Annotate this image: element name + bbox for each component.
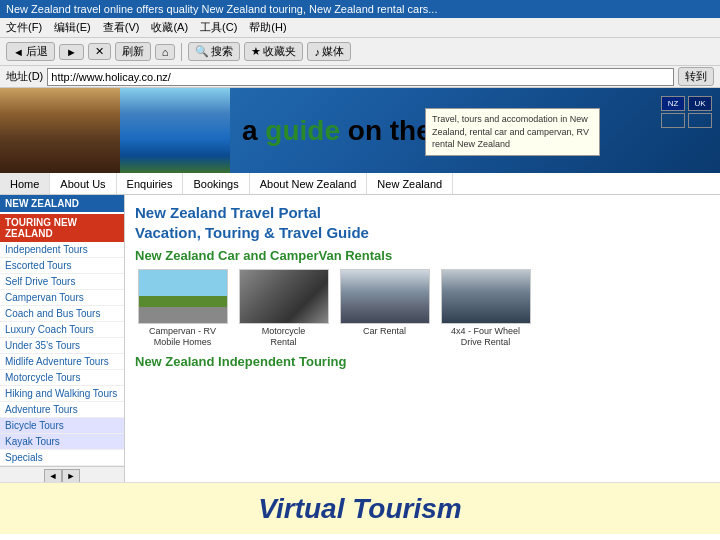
search-label: 搜索 bbox=[211, 44, 233, 59]
rental-fourwd: 4x4 - Four WheelDrive Rental bbox=[438, 269, 533, 348]
go-button[interactable]: 转到 bbox=[678, 67, 714, 86]
media-icon: ♪ bbox=[314, 46, 320, 58]
title-text: New Zealand travel online offers quality… bbox=[6, 3, 437, 15]
refresh-button[interactable]: 刷新 bbox=[115, 42, 151, 61]
back-label: 后退 bbox=[26, 44, 48, 59]
main-content: New Zealand Travel Portal Vacation, Tour… bbox=[125, 195, 720, 482]
hero-text: a guide on the web Travel, tours and acc… bbox=[230, 88, 720, 173]
sidebar-item-specials[interactable]: Specials bbox=[0, 450, 124, 466]
search-icon: 🔍 bbox=[195, 45, 209, 58]
virtual-tourism-text: Virtual Tourism bbox=[258, 493, 461, 525]
sidebar-item-midlife[interactable]: Midlife Adventure Tours bbox=[0, 354, 124, 370]
hero-photo-water bbox=[120, 88, 230, 173]
menu-file[interactable]: 文件(F) bbox=[6, 20, 42, 35]
refresh-label: 刷新 bbox=[122, 44, 144, 59]
sidebar-item-motorcycle[interactable]: Motorcycle Tours bbox=[0, 370, 124, 386]
sidebar-item-coach-bus[interactable]: Coach and Bus Tours bbox=[0, 306, 124, 322]
sidebar-touring-title: TOURING NEW ZEALAND bbox=[0, 214, 124, 242]
flag-row-2 bbox=[661, 113, 712, 128]
home-icon: ⌂ bbox=[162, 46, 169, 58]
sidebar-item-kayak[interactable]: Kayak Tours bbox=[0, 434, 124, 450]
fourwd-image[interactable] bbox=[441, 269, 531, 324]
tooltip-text: Travel, tours and accomodation in New Ze… bbox=[432, 114, 589, 149]
stop-icon: ✕ bbox=[95, 45, 104, 58]
people-photo bbox=[0, 88, 120, 173]
back-icon: ◄ bbox=[13, 46, 24, 58]
content-area: NEW ZEALAND TOURING NEW ZEALAND Independ… bbox=[0, 195, 720, 482]
motorcycle-image[interactable] bbox=[239, 269, 329, 324]
at-flag[interactable] bbox=[688, 113, 712, 128]
car-image[interactable] bbox=[340, 269, 430, 324]
sidebar-item-independent[interactable]: Independent Tours bbox=[0, 242, 124, 258]
sidebar-item-luxury[interactable]: Luxury Coach Tours bbox=[0, 322, 124, 338]
favorites-label: 收藏夹 bbox=[263, 44, 296, 59]
uk-flag[interactable]: UK bbox=[688, 96, 712, 111]
menu-edit[interactable]: 编辑(E) bbox=[54, 20, 91, 35]
motorcycle-label: MotorcycleRental bbox=[262, 326, 306, 348]
flag-row-1: NZ UK bbox=[661, 96, 712, 111]
sidebar-item-escorted[interactable]: Escorted Tours bbox=[0, 258, 124, 274]
sidebar-item-under35[interactable]: Under 35's Tours bbox=[0, 338, 124, 354]
scroll-left-btn[interactable]: ◄ bbox=[44, 469, 62, 482]
menu-tools[interactable]: 工具(C) bbox=[200, 20, 237, 35]
car-label: Car Rental bbox=[363, 326, 406, 337]
rental-car: Car Rental bbox=[337, 269, 432, 348]
url-bar: 地址(D) 转到 bbox=[0, 66, 720, 88]
title-bar: New Zealand travel online offers quality… bbox=[0, 0, 720, 18]
media-label: 媒体 bbox=[322, 44, 344, 59]
home-button[interactable]: ⌂ bbox=[155, 44, 176, 60]
sidebar: NEW ZEALAND TOURING NEW ZEALAND Independ… bbox=[0, 195, 125, 482]
rental-images: Campervan - RVMobile Homes MotorcycleRen… bbox=[135, 269, 710, 348]
nav-bar: Home About Us Enquiries Bookings About N… bbox=[0, 173, 720, 195]
campervan-label: Campervan - RVMobile Homes bbox=[149, 326, 216, 348]
portal-line1: New Zealand Travel Portal bbox=[135, 204, 321, 221]
tooltip-box: Travel, tours and accomodation in New Ze… bbox=[425, 108, 600, 156]
favorites-button[interactable]: ★ 收藏夹 bbox=[244, 42, 303, 61]
campervan-image[interactable] bbox=[138, 269, 228, 324]
sidebar-item-hiking[interactable]: Hiking and Walking Tours bbox=[0, 386, 124, 402]
hero-green: guide bbox=[265, 115, 340, 146]
nav-home[interactable]: Home bbox=[0, 173, 50, 194]
hero-prefix: a bbox=[242, 115, 265, 146]
menu-view[interactable]: 查看(V) bbox=[103, 20, 140, 35]
search-button[interactable]: 🔍 搜索 bbox=[188, 42, 240, 61]
hero-images bbox=[0, 88, 230, 173]
toolbar-separator bbox=[181, 43, 182, 61]
media-button[interactable]: ♪ 媒体 bbox=[307, 42, 351, 61]
sidebar-item-bicycle[interactable]: Bicycle Tours bbox=[0, 418, 124, 434]
address-input[interactable] bbox=[47, 68, 674, 86]
fourwd-label: 4x4 - Four WheelDrive Rental bbox=[451, 326, 520, 348]
nz-flag-label: NZ bbox=[668, 99, 679, 108]
hero-banner: a guide on the web Travel, tours and acc… bbox=[0, 88, 720, 173]
menu-bar: 文件(F) 编辑(E) 查看(V) 收藏(A) 工具(C) 帮助(H) bbox=[0, 18, 720, 38]
address-label: 地址(D) bbox=[6, 69, 43, 84]
independent-touring-title: New Zealand Independent Touring bbox=[135, 354, 710, 369]
star-icon: ★ bbox=[251, 45, 261, 58]
de-flag[interactable] bbox=[661, 113, 685, 128]
scroll-right-btn[interactable]: ► bbox=[62, 469, 80, 482]
virtual-tourism-footer: Virtual Tourism bbox=[0, 482, 720, 534]
back-button[interactable]: ◄ 后退 bbox=[6, 42, 55, 61]
sidebar-nz-title: NEW ZEALAND bbox=[0, 195, 124, 212]
nav-about[interactable]: About Us bbox=[50, 173, 116, 194]
hero-photo-people bbox=[0, 88, 120, 173]
stop-button[interactable]: ✕ bbox=[88, 43, 111, 60]
nav-nz[interactable]: New Zealand bbox=[367, 173, 453, 194]
nav-about-nz[interactable]: About New Zealand bbox=[250, 173, 368, 194]
menu-help[interactable]: 帮助(H) bbox=[249, 20, 286, 35]
nz-flag[interactable]: NZ bbox=[661, 96, 685, 111]
nav-bookings[interactable]: Bookings bbox=[183, 173, 249, 194]
forward-button[interactable]: ► bbox=[59, 44, 84, 60]
menu-favorites[interactable]: 收藏(A) bbox=[151, 20, 188, 35]
sidebar-item-adventure[interactable]: Adventure Tours bbox=[0, 402, 124, 418]
water-photo bbox=[120, 88, 230, 173]
nav-enquiries[interactable]: Enquiries bbox=[117, 173, 184, 194]
sidebar-item-campervan[interactable]: Campervan Tours bbox=[0, 290, 124, 306]
sidebar-item-selfdrive[interactable]: Self Drive Tours bbox=[0, 274, 124, 290]
toolbar: ◄ 后退 ► ✕ 刷新 ⌂ 🔍 搜索 ★ 收藏夹 ♪ 媒体 bbox=[0, 38, 720, 66]
flag-area: NZ UK bbox=[661, 96, 712, 128]
portal-title: New Zealand Travel Portal Vacation, Tour… bbox=[135, 203, 710, 242]
uk-flag-label: UK bbox=[694, 99, 705, 108]
rental-motorcycle: MotorcycleRental bbox=[236, 269, 331, 348]
browser-content: a guide on the web Travel, tours and acc… bbox=[0, 88, 720, 534]
